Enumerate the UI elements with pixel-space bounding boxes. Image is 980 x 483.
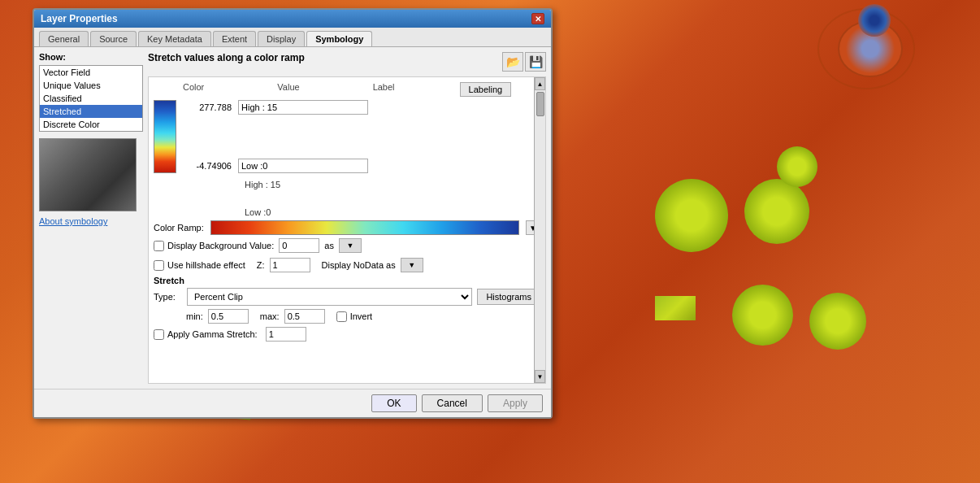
gamma-label: Apply Gamma Stretch: [167, 329, 258, 339]
dialog-title: Layer Properties [41, 13, 118, 24]
stretch-title: Stretch [154, 276, 540, 285]
thumbnail-image [40, 139, 136, 211]
show-list: Vector Field Unique Values Classified St… [39, 65, 143, 132]
show-item-stretched[interactable]: Stretched [40, 105, 142, 118]
color-ramp-row: Color Ramp: ▼ [154, 220, 540, 235]
tab-extent[interactable]: Extent [213, 31, 256, 46]
hillshade-checkbox-label[interactable]: Use hillshade effect [154, 260, 245, 271]
scroll-down-button[interactable]: ▼ [535, 370, 545, 383]
low-value: -4.74906 [183, 161, 232, 171]
color-col-header: Color [183, 82, 204, 95]
color-ramp-label: Color Ramp: [154, 223, 204, 233]
tab-key-metadata[interactable]: Key Metadata [138, 31, 211, 46]
layer-properties-dialog: Layer Properties ✕ General Source Key Me… [33, 8, 553, 419]
show-item-discrete-color[interactable]: Discrete Color [40, 118, 142, 131]
bg-color-swatch[interactable]: ▼ [339, 238, 362, 253]
invert-checkbox[interactable] [336, 311, 347, 322]
display-bg-checkbox-label[interactable]: Display Background Value: [154, 241, 274, 251]
toolbar-icons: 📂 💾 [502, 52, 546, 72]
close-button[interactable]: ✕ [531, 13, 544, 24]
invert-label: Invert [350, 311, 373, 321]
display-bg-checkbox[interactable] [154, 241, 164, 251]
z-value-input[interactable] [270, 258, 310, 272]
low-label-input[interactable] [238, 159, 368, 173]
stretch-type-row: Type: Percent Clip Histograms [154, 288, 540, 306]
low-label-display: Low :0 [245, 207, 280, 217]
gamma-checkbox[interactable] [154, 329, 164, 340]
value-col-header: Value [277, 82, 299, 95]
show-item-vector-field[interactable]: Vector Field [40, 66, 142, 79]
gamma-value-input[interactable] [266, 327, 306, 342]
symbology-header: Stretch values along a color ramp 📂 💾 [148, 52, 546, 72]
nodata-color-swatch[interactable]: ▼ [401, 258, 423, 272]
cancel-button[interactable]: Cancel [422, 394, 483, 412]
thumbnail-box [39, 138, 137, 211]
tabs-bar: General Source Key Metadata Extent Displ… [34, 28, 551, 47]
options-section: Display Background Value: as ▼ Use hills… [154, 238, 540, 272]
tab-symbology[interactable]: Symbology [306, 31, 372, 46]
show-item-unique-values[interactable]: Unique Values [40, 79, 142, 92]
z-label: Z: [257, 260, 265, 270]
dialog-footer: OK Cancel Apply [34, 389, 551, 417]
high-label-display: High : 15 [245, 180, 280, 189]
max-value-input[interactable] [284, 309, 325, 324]
color-ramp-section: Color Value Label Labeling 277.788 [148, 76, 546, 384]
min-label: min: [186, 311, 203, 321]
ok-button[interactable]: OK [371, 394, 416, 412]
min-max-row: min: max: Invert [154, 309, 540, 324]
show-item-classified[interactable]: Classified [40, 92, 142, 105]
high-value: 277.788 [183, 102, 232, 112]
scroll-track: ▲ ▼ [534, 77, 545, 383]
color-gradient-bar [154, 100, 176, 173]
show-label: Show: [39, 52, 143, 62]
labeling-button[interactable]: Labeling [460, 82, 512, 97]
invert-checkbox-label[interactable]: Invert [336, 311, 373, 322]
apply-button[interactable]: Apply [488, 394, 543, 412]
scroll-thumb[interactable] [536, 92, 544, 116]
tab-source[interactable]: Source [90, 31, 137, 46]
gamma-row: Apply Gamma Stretch: [154, 327, 540, 342]
hillshade-checkbox[interactable] [154, 260, 164, 271]
hillshade-label: Use hillshade effect [167, 260, 245, 270]
save-style-button[interactable]: 💾 [525, 52, 546, 72]
gamma-checkbox-label[interactable]: Apply Gamma Stretch: [154, 329, 258, 340]
section-title: Stretch values along a color ramp [148, 52, 305, 63]
max-label: max: [260, 311, 280, 321]
as-label: as [324, 241, 334, 250]
hillshade-row: Use hillshade effect Z: Display NoData a… [154, 258, 540, 272]
about-symbology-link[interactable]: About symbology [39, 216, 143, 226]
dialog-content: Show: Vector Field Unique Values Classif… [34, 47, 551, 389]
stretch-type-select[interactable]: Percent Clip [187, 288, 472, 306]
display-bg-row: Display Background Value: as ▼ [154, 238, 540, 253]
display-bg-value-input[interactable] [279, 238, 319, 253]
min-value-input[interactable] [208, 309, 249, 324]
load-style-button[interactable]: 📂 [502, 52, 523, 72]
label-col-header: Label [373, 82, 395, 95]
tab-general[interactable]: General [39, 31, 89, 46]
high-label-input[interactable] [238, 100, 368, 115]
display-bg-label: Display Background Value: [167, 241, 274, 250]
tab-display[interactable]: Display [258, 31, 305, 46]
histograms-button[interactable]: Histograms [477, 289, 540, 305]
scroll-up-button[interactable]: ▲ [535, 77, 545, 90]
type-label: Type: [154, 292, 182, 302]
color-ramp-preview [210, 220, 519, 235]
right-panel: Stretch values along a color ramp 📂 💾 Co… [148, 52, 546, 384]
title-bar: Layer Properties ✕ [34, 10, 551, 28]
display-nodata-label: Display NoData as [322, 260, 396, 270]
stretch-section: Stretch Type: Percent Clip Histograms mi… [154, 276, 540, 342]
left-panel: Show: Vector Field Unique Values Classif… [39, 52, 143, 384]
